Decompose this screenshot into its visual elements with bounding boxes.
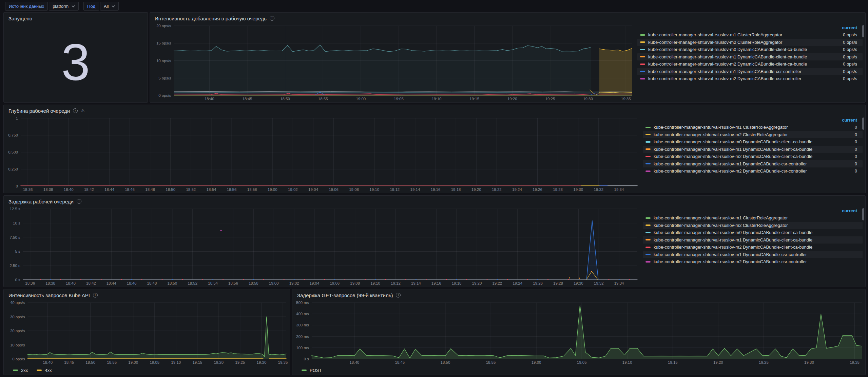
pod-select[interactable]: All xyxy=(100,2,119,11)
chevron-down-icon xyxy=(112,5,115,7)
svg-text:19:08: 19:08 xyxy=(350,281,360,285)
legend-header-current[interactable]: current xyxy=(643,208,863,214)
svg-text:19:16: 19:16 xyxy=(431,281,441,285)
legend-series-label: kube-controller-manager-shturval-rsuslov… xyxy=(654,125,833,130)
svg-text:15 ops/s: 15 ops/s xyxy=(156,41,171,45)
svg-text:5 ops/s: 5 ops/s xyxy=(158,76,171,80)
legend-row[interactable]: kube-controller-manager-shturval-rsuslov… xyxy=(643,124,863,131)
svg-text:19:35: 19:35 xyxy=(621,97,631,101)
svg-text:0: 0 xyxy=(16,184,18,188)
svg-text:18:56: 18:56 xyxy=(227,187,237,192)
legend-series-label: kube-controller-manager-shturval-rsuslov… xyxy=(654,147,833,152)
panel-title: Задержка GET-запросов (99-й квантиль) xyxy=(297,292,393,298)
legend-current-value: 0 ops/s xyxy=(840,40,857,45)
svg-text:19:25: 19:25 xyxy=(235,360,245,364)
info-icon[interactable]: i xyxy=(396,293,401,298)
legend-series-swatch xyxy=(645,217,651,219)
legend-series-swatch xyxy=(645,141,651,143)
legend-series-label: kube-controller-manager-shturval-rsuslov… xyxy=(648,32,833,37)
legend-series-swatch xyxy=(645,247,651,248)
legend-series-label: kube-controller-manager-shturval-rsuslov… xyxy=(648,61,833,67)
svg-text:0 s: 0 s xyxy=(15,278,20,282)
legend-row[interactable]: kube-controller-manager-shturval-rsuslov… xyxy=(643,167,863,175)
svg-text:18:45: 18:45 xyxy=(243,97,252,101)
legend-series-label: kube-controller-manager-shturval-rsuslov… xyxy=(654,237,833,243)
workqueue-depth-chart[interactable]: 18:3618:3818:4018:4218:4418:4618:4818:50… xyxy=(4,115,641,193)
svg-text:19:35: 19:35 xyxy=(278,360,288,364)
legend-header-current[interactable]: current xyxy=(643,117,863,124)
legend-item[interactable]: 2xx xyxy=(13,368,28,373)
warning-icon[interactable]: ⚠ xyxy=(81,108,85,113)
legend-series-swatch xyxy=(640,41,645,43)
svg-text:19:24: 19:24 xyxy=(512,187,522,192)
svg-text:19:26: 19:26 xyxy=(533,187,542,192)
get-latency-chart[interactable]: 18:4018:4518:5018:5519:0019:0519:1019:15… xyxy=(292,300,865,366)
legend-row[interactable]: kube-controller-manager-shturval-rsuslov… xyxy=(643,229,863,236)
svg-text:7.50 s: 7.50 s xyxy=(9,235,20,239)
svg-text:19:32: 19:32 xyxy=(594,187,603,192)
legend-row[interactable]: kube-controller-manager-shturval-rsuslov… xyxy=(643,153,863,160)
legend-series-label: kube-controller-manager-shturval-rsuslov… xyxy=(654,139,833,144)
svg-text:19:10: 19:10 xyxy=(171,360,181,364)
workqueue-latency-chart[interactable]: 18:3618:3818:4018:4218:4418:4618:4818:50… xyxy=(4,206,641,287)
pod-label[interactable]: Под xyxy=(83,2,99,11)
svg-text:18:58: 18:58 xyxy=(249,281,258,285)
svg-text:19:30: 19:30 xyxy=(574,281,583,285)
legend-row[interactable]: kube-controller-manager-shturval-rsuslov… xyxy=(643,214,863,222)
datasource-label[interactable]: Источник данных xyxy=(5,2,48,11)
svg-text:19:25: 19:25 xyxy=(545,97,555,101)
legend-series-label: kube-controller-manager-shturval-rsuslov… xyxy=(654,215,833,220)
legend-row[interactable]: kube-controller-manager-shturval-rsuslov… xyxy=(637,60,863,68)
svg-text:19:10: 19:10 xyxy=(370,281,380,285)
kube-api-rate-chart[interactable]: 18:4018:4518:5018:5519:0019:0519:1019:15… xyxy=(4,300,290,366)
panel-workqueue-depth: Глубина рабочей очереди i ⚠ 18:3618:3818… xyxy=(3,105,866,193)
svg-text:20 ops/s: 20 ops/s xyxy=(10,329,25,333)
legend-row[interactable]: kube-controller-manager-shturval-rsuslov… xyxy=(643,138,863,146)
datasource-select[interactable]: platform xyxy=(49,2,79,11)
legend-row[interactable]: kube-controller-manager-shturval-rsuslov… xyxy=(643,236,863,244)
legend-row[interactable]: kube-controller-manager-shturval-rsuslov… xyxy=(637,53,863,61)
legend-row[interactable]: kube-controller-manager-shturval-rsuslov… xyxy=(637,31,863,39)
svg-text:19:20: 19:20 xyxy=(713,360,723,364)
svg-text:18:36: 18:36 xyxy=(25,281,35,285)
info-icon[interactable]: i xyxy=(73,108,78,113)
workqueue-add-rate-chart[interactable]: 18:4018:4518:5018:5519:0019:0519:1019:15… xyxy=(150,23,635,102)
legend-row[interactable]: kube-controller-manager-shturval-rsuslov… xyxy=(643,131,863,139)
legend-series-label: kube-controller-manager-shturval-rsuslov… xyxy=(654,132,833,137)
legend-row[interactable]: kube-controller-manager-shturval-rsuslov… xyxy=(637,68,863,75)
svg-text:19:14: 19:14 xyxy=(411,281,421,285)
legend-item[interactable]: POST xyxy=(302,368,322,373)
legend-series-label: 2xx xyxy=(21,368,28,373)
legend-row[interactable]: kube-controller-manager-shturval-rsuslov… xyxy=(643,258,863,266)
legend-scrollbar[interactable] xyxy=(862,25,864,37)
legend-item[interactable]: 4xx xyxy=(37,368,52,373)
info-icon[interactable]: i xyxy=(270,16,274,21)
legend-row[interactable]: kube-controller-manager-shturval-rsuslov… xyxy=(643,251,863,258)
legend-header-current[interactable]: current xyxy=(637,24,863,31)
svg-text:19:10: 19:10 xyxy=(369,187,379,192)
legend-row[interactable]: kube-controller-manager-shturval-rsuslov… xyxy=(637,46,863,53)
legend-row[interactable]: kube-controller-manager-shturval-rsuslov… xyxy=(643,222,863,229)
panel-title: Интенсивность добавления в рабочую очере… xyxy=(155,16,267,21)
legend-scrollbar[interactable] xyxy=(862,208,864,220)
svg-text:19:20: 19:20 xyxy=(214,360,224,364)
svg-text:18:45: 18:45 xyxy=(395,360,405,364)
pod-value: All xyxy=(104,4,109,9)
info-icon[interactable]: i xyxy=(77,199,81,204)
legend-series-swatch xyxy=(640,49,645,50)
svg-text:18:40: 18:40 xyxy=(64,187,74,192)
legend-row[interactable]: kube-controller-manager-shturval-rsuslov… xyxy=(643,146,863,153)
svg-text:19:05: 19:05 xyxy=(394,97,404,101)
svg-text:18:54: 18:54 xyxy=(207,187,216,192)
svg-text:19:18: 19:18 xyxy=(451,187,461,192)
legend-row[interactable]: kube-controller-manager-shturval-rsuslov… xyxy=(643,160,863,168)
legend-scrollbar[interactable] xyxy=(862,118,864,130)
legend-current-value: 0 ops/s xyxy=(840,54,857,59)
info-icon[interactable]: i xyxy=(93,293,98,298)
svg-text:18:55: 18:55 xyxy=(486,360,496,364)
legend-row[interactable]: kube-controller-manager-shturval-rsuslov… xyxy=(637,39,863,46)
legend-series-swatch xyxy=(302,370,307,371)
legend-row[interactable]: kube-controller-manager-shturval-rsuslov… xyxy=(643,244,863,251)
legend-row[interactable]: kube-controller-manager-shturval-rsuslov… xyxy=(637,75,863,83)
legend-series-swatch xyxy=(13,370,18,371)
